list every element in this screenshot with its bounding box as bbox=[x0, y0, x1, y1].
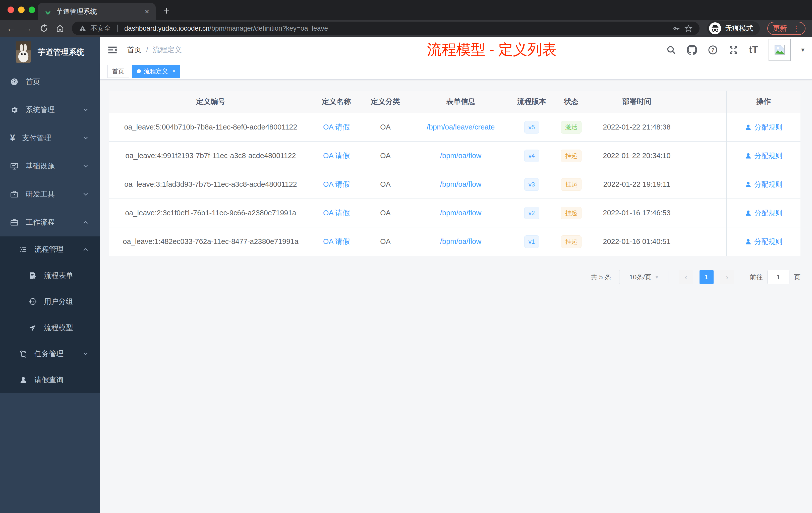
security-warning-label[interactable]: 不安全 bbox=[90, 24, 111, 33]
deploy-time: 2022-01-22 21:48:38 bbox=[590, 113, 684, 141]
minimize-window-button[interactable] bbox=[18, 6, 25, 13]
question-icon[interactable] bbox=[708, 45, 718, 55]
tag-label: 流程定义 bbox=[144, 67, 168, 75]
row-filler bbox=[684, 170, 726, 199]
avatar[interactable] bbox=[768, 39, 791, 61]
definition-category: OA bbox=[360, 113, 410, 141]
browser-menu-icon[interactable]: ⋮ bbox=[792, 24, 800, 33]
breadcrumb: 首页 / 流程定义 bbox=[127, 45, 182, 55]
home-button[interactable] bbox=[56, 24, 64, 33]
definition-id: oa_leave:3:1fad3d93-7b75-11ec-a3c8-acde4… bbox=[109, 170, 313, 199]
column-filler bbox=[684, 91, 726, 113]
navbar-actions: tT ▾ bbox=[666, 39, 805, 61]
reload-button[interactable] bbox=[40, 24, 48, 33]
definition-category: OA bbox=[360, 170, 410, 199]
version-badge: v1 bbox=[524, 235, 539, 248]
tag-home[interactable]: 首页 bbox=[108, 65, 129, 78]
search-icon[interactable] bbox=[666, 45, 676, 55]
version-badge: v2 bbox=[524, 207, 539, 219]
definition-table: 定义编号 定义名称 定义分类 表单信息 流程版本 状态 部署时间 操作 oa_l… bbox=[109, 91, 801, 256]
sidebar-item-home[interactable]: 首页 bbox=[0, 68, 100, 96]
table-row: oa_leave:4:991f2193-7b7f-11ec-a3c8-acde4… bbox=[109, 142, 801, 170]
workflow-submenu: 流程管理 流程表单 用户分组 流程模型 任务管理 bbox=[0, 236, 100, 393]
forward-button[interactable]: → bbox=[23, 24, 32, 33]
person-icon bbox=[19, 376, 27, 384]
sidebar-logo[interactable]: 芋道管理系统 bbox=[0, 37, 100, 68]
list-icon bbox=[19, 245, 27, 253]
person-icon bbox=[745, 152, 752, 159]
assign-rule-link[interactable]: 分配规则 bbox=[745, 237, 782, 246]
next-page-button[interactable]: › bbox=[720, 270, 734, 284]
active-dot bbox=[137, 69, 141, 73]
screen: 芋道管理系统 × + ← → 不安全 dashboard.yudao.iocod… bbox=[0, 0, 812, 513]
deploy-time: 2022-01-16 01:40:51 bbox=[590, 228, 684, 256]
sidebar-item-process-form[interactable]: 流程表单 bbox=[0, 263, 100, 289]
sidebar-item-leave-query[interactable]: 请假查询 bbox=[0, 367, 100, 393]
sidebar-item-label: 流程表单 bbox=[44, 271, 73, 280]
sidebar-item-payment[interactable]: ¥ 支付管理 bbox=[0, 124, 100, 152]
avatar-caret-down-icon[interactable]: ▾ bbox=[801, 46, 805, 54]
browser-update-button[interactable]: 更新 ⋮ bbox=[767, 22, 806, 35]
robot-icon bbox=[29, 298, 37, 306]
github-icon[interactable] bbox=[687, 45, 697, 55]
sidebar-item-label: 支付管理 bbox=[22, 133, 51, 143]
sidebar-item-infrastructure[interactable]: 基础设施 bbox=[0, 152, 100, 180]
tag-process-definition[interactable]: 流程定义 × bbox=[132, 65, 180, 78]
table-row: oa_leave:2:3c1f0ef1-76b1-11ec-9c66-a2380… bbox=[109, 199, 801, 228]
assign-rule-link[interactable]: 分配规则 bbox=[745, 208, 782, 218]
sidebar-item-system[interactable]: 系统管理 bbox=[0, 96, 100, 124]
form-link[interactable]: /bpm/oa/flow bbox=[440, 209, 481, 217]
prev-page-button[interactable]: ‹ bbox=[679, 270, 693, 284]
sidebar-item-user-group[interactable]: 用户分组 bbox=[0, 289, 100, 315]
breadcrumb-separator: / bbox=[146, 46, 148, 54]
address-bar[interactable]: 不安全 dashboard.yudao.iocoder.cn/bpm/manag… bbox=[72, 22, 699, 35]
row-filler bbox=[684, 199, 726, 227]
page-number-current[interactable]: 1 bbox=[699, 270, 714, 284]
definition-name-link[interactable]: OA 请假 bbox=[323, 179, 350, 189]
definition-name-link[interactable]: OA 请假 bbox=[323, 208, 350, 218]
close-window-button[interactable] bbox=[7, 6, 14, 13]
column-header: 流程版本 bbox=[511, 91, 552, 113]
sidebar-item-workflow[interactable]: 工作流程 bbox=[0, 208, 100, 236]
app-navbar: 首页 / 流程定义 流程模型 - 定义列表 tT ▾ bbox=[100, 37, 812, 63]
font-size-icon[interactable]: tT bbox=[749, 44, 758, 55]
table-header-row: 定义编号 定义名称 定义分类 表单信息 流程版本 状态 部署时间 操作 bbox=[109, 91, 801, 113]
sidebar-item-process-management[interactable]: 流程管理 bbox=[0, 236, 100, 263]
definition-name-link[interactable]: OA 请假 bbox=[323, 237, 350, 247]
back-button[interactable]: ← bbox=[6, 24, 16, 33]
fullscreen-icon[interactable] bbox=[728, 45, 738, 55]
definition-name-link[interactable]: OA 请假 bbox=[323, 151, 350, 161]
browser-tab[interactable]: 芋道管理系统 × bbox=[38, 3, 156, 20]
breadcrumb-home[interactable]: 首页 bbox=[127, 45, 142, 55]
page-size-select[interactable]: 10条/页 ▾ bbox=[619, 270, 668, 284]
zoom-window-button[interactable] bbox=[29, 6, 35, 13]
chevron-up-icon bbox=[82, 246, 89, 253]
form-link[interactable]: /bpm/oa/flow bbox=[440, 237, 481, 246]
person-icon bbox=[745, 181, 752, 188]
tree-icon bbox=[19, 350, 27, 358]
form-link[interactable]: /bpm/oa/leave/create bbox=[427, 123, 495, 131]
tag-close-icon[interactable]: × bbox=[173, 68, 175, 74]
sidebar-item-devtools[interactable]: 研发工具 bbox=[0, 180, 100, 208]
definition-name-link[interactable]: OA 请假 bbox=[323, 122, 350, 132]
bookmark-star-icon[interactable] bbox=[685, 24, 693, 32]
assign-rule-label: 分配规则 bbox=[754, 180, 782, 189]
form-link[interactable]: /bpm/oa/flow bbox=[440, 180, 481, 188]
assign-rule-link[interactable]: 分配规则 bbox=[745, 122, 782, 132]
security-warning-icon[interactable] bbox=[79, 25, 86, 32]
assign-rule-link[interactable]: 分配规则 bbox=[745, 180, 782, 189]
form-link[interactable]: /bpm/oa/flow bbox=[440, 152, 481, 160]
toolbox-icon bbox=[10, 190, 19, 199]
new-tab-button[interactable]: + bbox=[163, 4, 170, 17]
tab-close-icon[interactable]: × bbox=[145, 7, 149, 16]
assign-rule-label: 分配规则 bbox=[754, 151, 782, 161]
url-text[interactable]: dashboard.yudao.iocoder.cn/bpm/manager/d… bbox=[124, 25, 328, 32]
version-badge: v3 bbox=[524, 178, 539, 191]
sidebar-item-task-management[interactable]: 任务管理 bbox=[0, 341, 100, 367]
password-key-icon[interactable] bbox=[672, 24, 680, 32]
sidebar-item-label: 研发工具 bbox=[26, 189, 55, 199]
goto-page-input[interactable] bbox=[767, 270, 789, 284]
hamburger-icon[interactable] bbox=[108, 45, 117, 55]
sidebar-item-process-model[interactable]: 流程模型 bbox=[0, 315, 100, 341]
assign-rule-link[interactable]: 分配规则 bbox=[745, 151, 782, 161]
